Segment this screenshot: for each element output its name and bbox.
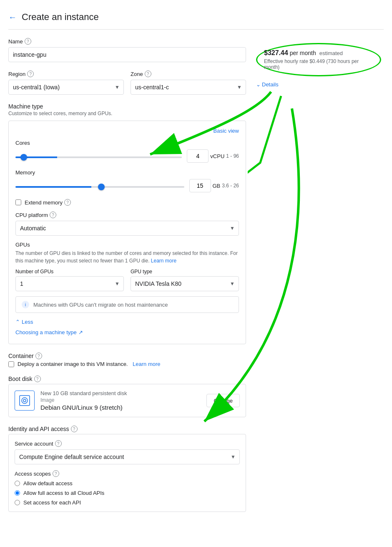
gpu-type-select[interactable]: NVIDIA Tesla K80 NVIDIA Tesla P100 NVIDI… [131, 276, 239, 291]
cpu-platform-label: CPU platform ? [15, 212, 239, 218]
disk-image-label: Image [40, 397, 201, 403]
details-link[interactable]: ⌄ Details [256, 81, 381, 88]
region-label: Region ? [8, 71, 124, 77]
less-link[interactable]: ⌃ Less [15, 319, 239, 325]
extend-memory-checkbox[interactable] [15, 199, 21, 205]
svg-rect-0 [20, 396, 30, 406]
machine-type-title: Machine type [8, 103, 246, 110]
boot-disk-title: Boot disk ? [8, 376, 246, 382]
cores-label: Cores [15, 140, 239, 146]
access-scopes-help-icon[interactable]: ? [53, 470, 59, 477]
container-learn-more-link[interactable]: Learn more [133, 361, 160, 367]
gpus-description: The number of GPU dies is linked to the … [15, 250, 239, 265]
info-icon: i [22, 301, 29, 308]
name-help-icon[interactable]: ? [25, 38, 31, 45]
memory-range: 3.6 - 26 [222, 183, 239, 189]
memory-slider[interactable] [15, 186, 184, 188]
cpu-platform-help-icon[interactable]: ? [50, 212, 56, 218]
access-radio-each[interactable] [15, 500, 20, 505]
access-option-full[interactable]: Allow full access to all Cloud APIs [15, 490, 240, 496]
extend-memory-label: Extend memory ? [25, 199, 71, 206]
access-option-default[interactable]: Allow default access [15, 480, 240, 487]
extend-memory-help-icon[interactable]: ? [64, 199, 71, 206]
access-radio-full[interactable] [15, 490, 20, 496]
name-input[interactable] [8, 47, 246, 62]
num-gpus-label: Number of GPUs [15, 269, 124, 275]
migration-notice: i Machines with GPUs can't migrate on ho… [15, 296, 239, 313]
cores-range: 1 - 96 [226, 153, 239, 159]
machine-type-subtitle: Customize to select cores, memory and GP… [8, 111, 246, 116]
boot-disk-help-icon[interactable]: ? [34, 376, 41, 382]
memory-value-input[interactable] [189, 179, 211, 192]
memory-unit: GB [213, 183, 221, 189]
zone-label: Zone ? [131, 71, 246, 77]
price-period: per month [290, 50, 316, 56]
disk-os-text: Debian GNU/Linux 9 (stretch) [40, 404, 201, 411]
pricing-oval: $327.44 per month estimated Effective ho… [256, 43, 381, 76]
gpus-title: GPUs [15, 242, 239, 248]
service-account-select[interactable]: Compute Engine default service account [15, 449, 240, 464]
access-scopes-group: Allow default access Allow full access t… [15, 480, 240, 506]
disk-icon [15, 391, 35, 411]
zone-select[interactable]: us-central1-c us-central1-a us-central1-… [131, 80, 246, 95]
zone-help-icon[interactable]: ? [145, 71, 151, 77]
back-button[interactable]: ← [8, 13, 17, 22]
gpu-type-label: GPU type [131, 269, 239, 275]
name-label: Name ? [8, 38, 246, 45]
region-select[interactable]: us-central1 (Iowa) us-east1 (South Carol… [8, 80, 124, 95]
price-amount: $327.44 [264, 49, 288, 56]
price-hourly: Effective hourly rate $0.449 (730 hours … [264, 58, 373, 70]
container-help-icon[interactable]: ? [35, 353, 42, 359]
num-gpus-select[interactable]: 1 2 4 8 [15, 276, 124, 291]
price-estimated: estimated [319, 50, 343, 56]
pricing-panel: $327.44 per month estimated Effective ho… [256, 40, 381, 216]
identity-help-icon[interactable]: ? [71, 426, 78, 432]
identity-title: Identity and API access ? [8, 426, 246, 432]
region-help-icon[interactable]: ? [27, 71, 34, 77]
access-scopes-label: Access scopes ? [15, 470, 240, 477]
memory-label: Memory [15, 169, 239, 176]
cpu-platform-select[interactable]: Automatic Intel Skylake Intel Broadwell … [15, 221, 239, 236]
cores-slider[interactable] [15, 156, 182, 158]
container-checkbox-row: Deploy a container image to this VM inst… [8, 361, 246, 367]
external-link-icon: ↗ [78, 329, 83, 335]
svg-point-1 [22, 398, 28, 403]
cores-value-input[interactable] [187, 149, 209, 163]
cores-unit: vCPU [210, 153, 224, 159]
access-radio-default[interactable] [15, 481, 20, 486]
disk-info: New 10 GB standard persistent disk Image… [40, 390, 201, 411]
container-checkbox[interactable] [8, 361, 14, 367]
service-account-help-icon[interactable]: ? [55, 440, 62, 447]
gpus-learn-more-link[interactable]: Learn more [151, 258, 176, 264]
less-chevron-icon: ⌃ [15, 319, 20, 325]
page-title: Create an instance [22, 12, 99, 23]
container-title: Container ? [8, 353, 246, 359]
change-disk-button[interactable]: Change [206, 394, 240, 407]
service-account-label: Service account ? [15, 440, 240, 447]
svg-point-2 [23, 399, 26, 402]
chevron-down-icon: ⌄ [256, 81, 261, 88]
basic-view-link[interactable]: Basic view [214, 128, 239, 134]
green-arrow-decoration [248, 88, 331, 213]
container-label: Deploy a container image to this VM inst… [18, 361, 161, 367]
access-option-each[interactable]: Set access for each API [15, 499, 240, 506]
choosing-machine-type-link[interactable]: Choosing a machine type ↗ [15, 329, 239, 335]
disk-primary-text: New 10 GB standard persistent disk [40, 390, 201, 396]
extend-memory-row: Extend memory ? [15, 199, 239, 206]
